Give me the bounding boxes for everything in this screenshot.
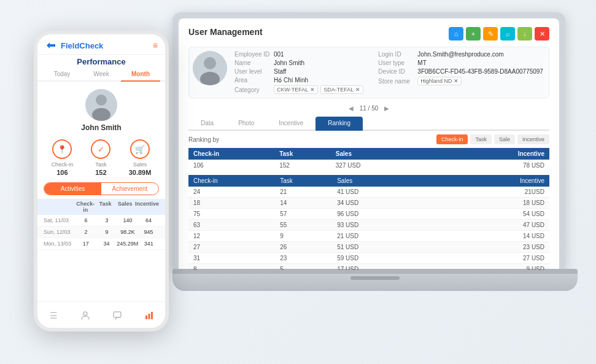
user-level-value: Staff [274,68,286,75]
svg-point-7 [83,312,87,316]
sum-task: 152 [274,160,331,171]
table-row: 12921 USD14 USD [188,231,549,242]
next-page-button[interactable]: ▶ [382,103,392,113]
act-header-checkin: Check-in [75,201,95,213]
act-date: Sat, 11/03 [44,217,75,223]
laptop-screen: User Management ⌂ + ✎ ⌕ ↓ ✕ [172,12,565,270]
tab-incentive[interactable]: Incentive [266,117,315,131]
sum-empty1 [414,160,438,171]
store-name-field: Store name Highland ND ✕ [378,77,543,85]
employee-id-label: Employee ID [234,51,271,58]
sum-header-task: Task [274,148,331,160]
laptop-base [172,274,578,291]
logo-text: FieldCheck [61,41,103,50]
tab-today[interactable]: Today [42,68,82,80]
chart-nav-icon[interactable] [141,307,158,324]
home-button[interactable]: ⌂ [449,27,463,41]
svg-rect-8 [114,312,121,317]
det-header-incentive: Incentive [462,175,549,187]
det-header-e2 [437,175,462,187]
activities-toggle: Activities Achievement [44,182,159,195]
login-id-label: Login ID [378,51,415,58]
svg-point-1 [204,57,216,69]
laptop-screen-inner: User Management ⌂ + ✎ ⌕ ↓ ✕ [179,18,559,270]
phone-bottom-nav: ☰ [37,301,165,328]
det-header-e1 [412,175,437,187]
tab-month[interactable]: Month [121,68,160,82]
act-incentive: 64 [138,217,159,223]
tab-ranking[interactable]: Ranking [315,117,363,131]
fieldcheck-logo-icon [45,39,57,52]
login-id-value: John.Smith@freshproduce.com [417,51,503,58]
ranking-bar: Ranking by Check-in Task Sale Incentive [188,134,549,144]
sum-header-checkin: Check-in [188,148,274,160]
edit-button[interactable]: ✎ [483,27,498,41]
sales-icon: 🛒 [130,139,150,159]
act-incentive: 945 [138,229,159,235]
phone-topbar: FieldCheck ≡ [37,34,165,55]
det-header-sales: Sales [332,175,412,187]
phone-avatar-section: John Smith [37,85,165,134]
laptop-content: User Management ⌂ + ✎ ⌕ ↓ ✕ [179,18,559,270]
activities-rows: Sat, 11/03 6 3 140 64 Sun, 12/03 2 9 98.… [37,215,165,250]
search-button[interactable]: ⌕ [500,27,515,41]
toolbar: ⌂ + ✎ ⌕ ↓ ✕ [449,27,549,41]
svg-point-6 [92,108,110,121]
activities-header: Check-in Task Sales Incentive [37,199,165,215]
act-checkin: 2 [75,229,96,235]
prev-page-button[interactable]: ◀ [346,103,356,113]
device-id-label: Device ID [378,68,415,75]
checkin-label: Check-in [52,161,74,168]
sales-label: Sales [133,161,147,168]
summary-row: 106 152 327 USD 78 USD [188,160,549,171]
content-tabs: Data Photo Incentive Ranking [188,117,549,131]
rank-incentive-button[interactable]: Incentive [517,134,549,144]
detail-table: Check-in Task Sales Incentive 242141 USD… [188,175,549,270]
tab-data[interactable]: Data [188,117,226,131]
rank-checkin-button[interactable]: Check-in [436,134,468,144]
user-section: Employee ID 001 Name John Smith User lev… [188,47,549,98]
checkin-icon: 📍 [52,139,72,159]
phone-user-name: John Smith [81,123,121,132]
table-row: 181434 USD18 USD [188,198,549,209]
task-value: 152 [95,169,106,176]
svg-rect-11 [151,312,153,319]
tab-photo[interactable]: Photo [226,117,266,131]
delete-button[interactable]: ✕ [535,27,549,41]
task-icon: ✓ [91,139,110,159]
phone-logo: FieldCheck [45,39,103,52]
act-sales: 140 [117,217,138,223]
table-row: 755796 USD54 USD [188,209,549,220]
area-value: Hồ Chí Minh [274,77,308,83]
rank-task-button[interactable]: Task [470,134,492,144]
list-item: Sat, 11/03 6 3 140 64 [37,215,165,227]
user-nav-icon[interactable] [77,307,94,324]
device-id-field: Device ID 3F0B6CCF-FD45-43FB-9589-D8AA00… [378,68,543,75]
list-nav-icon[interactable]: ☰ [45,307,62,324]
chat-nav-icon[interactable] [109,307,126,324]
activities-button[interactable]: Activities [44,183,101,195]
sum-sales: 327 USD [331,160,414,171]
list-item: Mon, 13/03 17 34 245.29M 341 [37,238,165,250]
pagination: ◀ 11 / 50 ▶ [188,103,549,113]
menu-icon[interactable]: ≡ [153,41,158,50]
device-id-value: 3F0B6CCF-FD45-43FB-9589-D8AA00775097 [417,68,543,75]
act-checkin: 17 [75,241,96,247]
export-button[interactable]: ↓ [517,27,532,41]
sum-incentive: 78 USD [462,160,549,171]
phone: FieldCheck ≡ Performance Today Week Mont… [34,31,169,331]
rank-sale-button[interactable]: Sale [494,134,515,144]
act-task: 3 [96,217,117,223]
tab-week[interactable]: Week [82,68,121,80]
add-button[interactable]: + [466,27,481,41]
name-field: Name John Smith [234,60,363,66]
user-type-value: MT [417,60,426,66]
user-field-col-2: Login ID John.Smith@freshproduce.com Use… [378,51,543,94]
phone-screen-title: Performance [37,55,165,68]
sum-header-sales: Sales [331,148,414,160]
store-name-tag: Highland ND ✕ [417,77,462,85]
achievement-button[interactable]: Achievement [101,183,158,195]
task-label: Task [95,161,107,168]
category-field: Category CKW-TEFAL ✕ SDA-TEFAL ✕ [234,85,363,94]
act-header-date [44,201,75,213]
